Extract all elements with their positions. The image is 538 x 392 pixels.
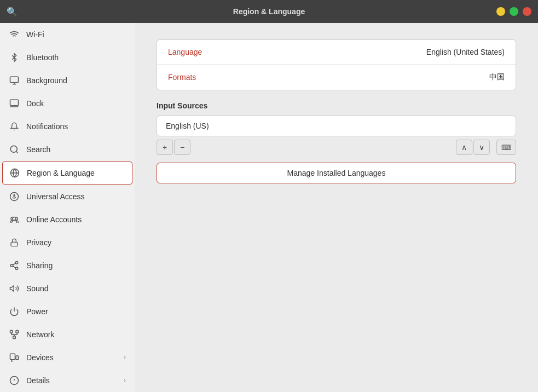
content-area: Language English (United States) Formats…: [135, 23, 538, 392]
bluetooth-icon: [9, 52, 20, 63]
sidebar: Wi-Fi Bluetooth Background: [0, 23, 135, 392]
sidebar-item-sound-label: Sound: [26, 284, 126, 293]
sidebar-item-details-label: Details: [26, 376, 117, 385]
svg-rect-24: [13, 336, 16, 339]
sidebar-item-power[interactable]: Power: [0, 300, 135, 323]
sidebar-item-dock-label: Dock: [26, 99, 126, 108]
sidebar-item-background-label: Background: [26, 76, 126, 85]
input-sources-title: Input Sources: [157, 101, 516, 110]
maximize-button[interactable]: □: [510, 7, 518, 16]
sidebar-item-search[interactable]: Search: [0, 138, 135, 161]
svg-rect-23: [16, 331, 19, 333]
sidebar-item-online-accounts[interactable]: Online Accounts: [0, 208, 135, 231]
sidebar-item-universal-access-label: Universal Access: [26, 192, 126, 201]
svg-line-7: [16, 151, 18, 153]
sidebar-item-background[interactable]: Background: [0, 69, 135, 92]
input-sources-box: English (US): [157, 116, 516, 136]
online-accounts-icon: [9, 214, 20, 225]
details-arrow-icon: ›: [124, 377, 126, 384]
language-label: Language: [168, 48, 426, 56]
formats-value: 中国: [489, 72, 505, 82]
sidebar-item-devices-label: Devices: [26, 353, 117, 362]
universal-access-icon: [9, 191, 20, 202]
sidebar-item-power-label: Power: [26, 307, 126, 316]
sidebar-item-online-accounts-label: Online Accounts: [26, 215, 126, 224]
input-source-item-english-us[interactable]: English (US): [157, 116, 516, 136]
main-layout: Wi-Fi Bluetooth Background: [0, 23, 538, 392]
background-icon: [9, 75, 20, 86]
svg-point-13: [13, 217, 16, 221]
search-sidebar-icon: [9, 144, 20, 155]
formats-label: Formats: [168, 73, 489, 82]
svg-point-6: [10, 146, 17, 152]
close-button[interactable]: ×: [523, 7, 531, 16]
sidebar-item-privacy-label: Privacy: [26, 238, 126, 247]
sidebar-item-dock[interactable]: Dock: [0, 92, 135, 115]
sidebar-item-network-label: Network: [26, 330, 126, 339]
sidebar-item-sound[interactable]: Sound: [0, 277, 135, 300]
svg-rect-14: [11, 242, 18, 246]
sidebar-item-notifications[interactable]: Notifications: [0, 115, 135, 138]
sidebar-item-notifications-label: Notifications: [26, 122, 126, 131]
sidebar-item-region-language[interactable]: Region & Language: [2, 162, 132, 185]
svg-rect-26: [10, 354, 15, 360]
svg-rect-27: [16, 356, 19, 360]
region-language-icon: [9, 168, 20, 178]
details-icon: [9, 375, 20, 386]
sharing-icon: [9, 260, 20, 271]
devices-arrow-icon: ›: [124, 354, 126, 361]
formats-row[interactable]: Formats 中国: [157, 65, 516, 90]
svg-marker-20: [10, 286, 14, 292]
sidebar-item-wifi[interactable]: Wi-Fi: [0, 23, 135, 46]
move-up-button[interactable]: ∧: [456, 140, 472, 155]
sidebar-item-bluetooth-label: Bluetooth: [26, 53, 126, 62]
sidebar-item-privacy[interactable]: Privacy: [0, 231, 135, 254]
language-row[interactable]: Language English (United States): [157, 40, 516, 65]
svg-point-15: [15, 262, 18, 264]
keyboard-preview-button[interactable]: ⌨: [496, 140, 516, 155]
input-sources-toolbar: + − ∧ ∨ ⌨: [157, 140, 516, 155]
svg-line-19: [13, 263, 15, 265]
add-input-source-button[interactable]: +: [157, 140, 173, 155]
svg-point-17: [15, 267, 18, 270]
svg-point-11: [14, 194, 15, 195]
privacy-icon: [9, 237, 20, 248]
svg-rect-1: [10, 77, 19, 83]
sidebar-item-region-language-label: Region & Language: [27, 169, 125, 177]
svg-line-18: [13, 266, 15, 268]
window-controls: – □ ×: [496, 7, 531, 16]
sidebar-item-bluetooth[interactable]: Bluetooth: [0, 46, 135, 69]
network-icon: [9, 329, 20, 340]
titlebar: 🔍 Region & Language – □ ×: [0, 0, 538, 23]
svg-rect-22: [10, 331, 13, 333]
power-icon: [9, 306, 20, 317]
search-icon[interactable]: 🔍: [7, 7, 18, 17]
sidebar-item-network[interactable]: Network: [0, 323, 135, 346]
language-value: English (United States): [426, 48, 505, 56]
sidebar-item-sharing-label: Sharing: [26, 261, 126, 270]
language-formats-card: Language English (United States) Formats…: [157, 39, 516, 90]
move-down-button[interactable]: ∨: [473, 140, 490, 155]
sidebar-item-sharing[interactable]: Sharing: [0, 254, 135, 277]
devices-icon: [9, 352, 20, 363]
manage-installed-languages-button[interactable]: Manage Installed Languages: [157, 163, 516, 183]
window-title: Region & Language: [233, 7, 305, 16]
sidebar-item-search-label: Search: [26, 145, 126, 154]
minimize-button[interactable]: –: [496, 7, 505, 16]
sidebar-item-details[interactable]: Details ›: [0, 369, 135, 392]
sidebar-item-devices[interactable]: Devices ›: [0, 346, 135, 369]
notifications-icon: [9, 121, 20, 132]
sound-icon: [9, 283, 20, 294]
svg-point-16: [10, 264, 13, 267]
remove-input-source-button[interactable]: −: [174, 140, 190, 155]
sidebar-item-universal-access[interactable]: Universal Access: [0, 185, 135, 208]
wifi-icon: [9, 29, 20, 40]
dock-icon: [9, 98, 20, 109]
svg-rect-4: [10, 100, 19, 106]
sidebar-item-wifi-label: Wi-Fi: [26, 30, 126, 39]
